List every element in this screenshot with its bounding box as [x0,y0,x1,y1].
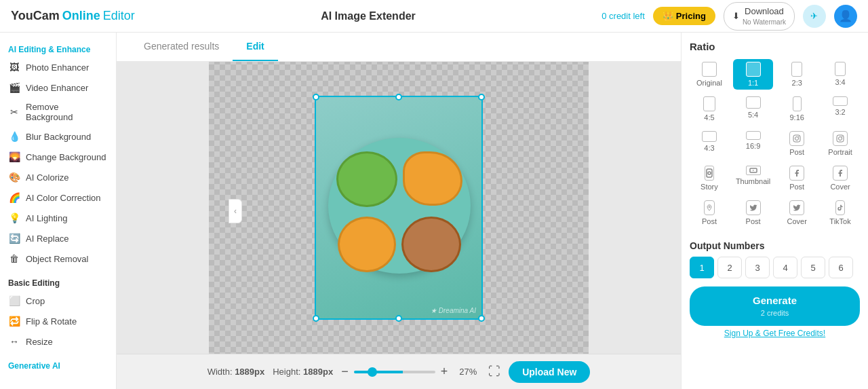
ratio-2-3[interactable]: 2:3 [777,59,816,90]
ai-replace-icon: 🔄 [8,232,20,244]
ratio-16-9[interactable]: 16:9 [733,128,773,159]
ratio-box-2-3 [791,62,802,77]
ratio-4-5[interactable]: 4:5 [690,94,729,124]
sidebar-item-ai-replace[interactable]: 🔄 AI Replace [0,228,116,248]
ratio-box-5-4 [746,96,761,109]
ratio-portrait-ig[interactable]: Portrait [821,128,860,159]
header: YouCam Online Editor AI Image Extender 0… [0,0,868,33]
handle-top-middle[interactable] [395,94,402,100]
sidebar-section-generative: Generative AI [0,356,116,373]
send-icon: ✈ [810,11,818,21]
sidebar-item-object-removal[interactable]: 🗑 Object Removal [0,248,116,269]
color-correction-icon: 🌈 [8,191,20,204]
num-btn-1[interactable]: 1 [690,257,714,278]
ratio-post-ig[interactable]: Post [777,128,816,159]
zoom-out-button[interactable]: − [341,365,349,379]
sidebar-item-blur-background[interactable]: 💧 Blur Background [0,126,116,147]
ratio-label-3-2: 3:2 [835,108,845,116]
sidebar-item-remove-background[interactable]: ✂ Remove Background [0,98,116,126]
handle-top-left[interactable] [313,94,319,100]
ratio-9-16[interactable]: 9:16 [777,94,816,124]
ratio-box-tw-cover [789,200,804,215]
sidebar-item-crop[interactable]: ⬜ Crop [0,291,116,311]
sidebar-item-video-enhancer[interactable]: 🎬 Video Enhancer [0,77,116,98]
num-btn-4[interactable]: 4 [773,257,797,278]
sidebar-item-ai-lighting[interactable]: 💡 AI Lighting [0,208,116,228]
sidebar-item-photo-enhancer[interactable]: 🖼 Photo Enhancer [0,57,116,77]
numbers-row: 1 2 3 4 5 6 [690,257,860,278]
num-btn-5[interactable]: 5 [801,257,825,278]
cookie-2 [403,151,462,206]
svg-point-4 [839,137,842,141]
ratio-box-fb-post [789,166,804,181]
change-bg-icon: 🌄 [8,151,20,163]
handle-bottom-middle[interactable] [395,315,402,322]
zoom-in-button[interactable]: + [441,365,448,379]
handle-bottom-right[interactable] [478,315,485,322]
svg-point-10 [709,206,710,208]
ratio-tw-cover[interactable]: Cover [777,198,816,228]
ratio-label-5-4: 5:4 [748,111,758,119]
handle-top-right[interactable] [478,94,485,100]
ratio-story[interactable]: Story [690,163,729,193]
num-btn-2[interactable]: 2 [717,257,742,278]
ai-lighting-icon: 💡 [8,212,20,224]
num-btn-3[interactable]: 3 [745,257,770,278]
image-frame[interactable]: ★ Dreamina AI [315,96,483,320]
sidebar-section-basic: Basic Editing [0,273,116,291]
svg-rect-3 [837,135,844,142]
sidebar-item-ai-color-correction[interactable]: 🌈 AI Color Correction [0,187,116,208]
ratio-fb-post[interactable]: Post [777,163,816,193]
share-button[interactable]: ✈ [803,5,826,28]
watermark-text: ★ Dreamina AI [431,307,476,314]
download-button[interactable]: ⬇ Download No Watermark [724,2,795,31]
ratio-label-1-1: 1:1 [748,79,758,87]
flip-rotate-icon: 🔁 [8,315,20,327]
ratio-3-4[interactable]: 3:4 [821,59,860,90]
ratio-tw-post[interactable]: Post [733,198,773,228]
ratio-3-2[interactable]: 3:2 [821,94,860,124]
ratio-label-2-3: 2:3 [792,79,802,87]
zoom-slider[interactable] [354,371,435,373]
ratio-label-pin-post: Post [702,217,717,225]
logo-editor: Editor [103,9,135,23]
ratio-thumbnail[interactable]: Thumbnail [733,163,773,193]
svg-point-5 [842,136,843,138]
ratio-pin-post[interactable]: Post [690,198,729,228]
signup-link[interactable]: Sign Up & Get Free Credits! [690,329,860,338]
user-avatar-button[interactable]: 👤 [834,5,857,28]
tab-edit[interactable]: Edit [233,33,277,61]
header-actions: 0 credit left 👑 Pricing ⬇ Download No Wa… [601,2,857,31]
canvas-image: ★ Dreamina AI [316,97,481,318]
cookie-scene: ★ Dreamina AI [316,97,481,318]
zoom-percentage: 27% [456,367,480,377]
ratio-4-3[interactable]: 4:3 [690,128,729,159]
logo-brand: YouCam [11,9,60,23]
ratio-original[interactable]: Original [690,59,729,90]
sidebar-collapse-button[interactable]: ‹ [229,199,242,223]
generate-button[interactable]: Generate 2 credits [690,286,860,326]
ratio-tiktok[interactable]: TikTok [821,198,860,228]
ratio-cover[interactable]: Cover [821,163,860,193]
ratio-5-4[interactable]: 5:4 [733,94,773,124]
handle-bottom-left[interactable] [313,315,319,322]
pricing-button[interactable]: 👑 Pricing [653,7,715,25]
credit-counter: 0 credit left [601,11,645,21]
ratio-box-3-4 [835,62,846,76]
ratio-1-1[interactable]: 1:1 [733,59,773,90]
sidebar: AI Editing & Enhance 🖼 Photo Enhancer 🎬 … [0,33,117,389]
ratio-box-tw-post [746,200,761,215]
tab-generated-results[interactable]: Generated results [130,33,233,61]
ratio-box-post-ig [789,131,804,146]
sidebar-item-change-background[interactable]: 🌄 Change Background [0,147,116,167]
svg-point-7 [708,172,711,174]
svg-rect-6 [707,169,712,177]
logo: YouCam Online Editor [11,9,135,23]
sidebar-item-flip-rotate[interactable]: 🔁 Flip & Rotate [0,311,116,331]
fullscreen-button[interactable]: ⛶ [488,365,500,379]
sidebar-item-ai-colorize[interactable]: 🎨 AI Colorize [0,167,116,187]
upload-new-button[interactable]: Upload New [509,361,590,383]
num-btn-6[interactable]: 6 [829,257,853,278]
ratio-label-9-16: 9:16 [789,113,804,122]
sidebar-item-resize[interactable]: ↔ Resize [0,331,116,352]
